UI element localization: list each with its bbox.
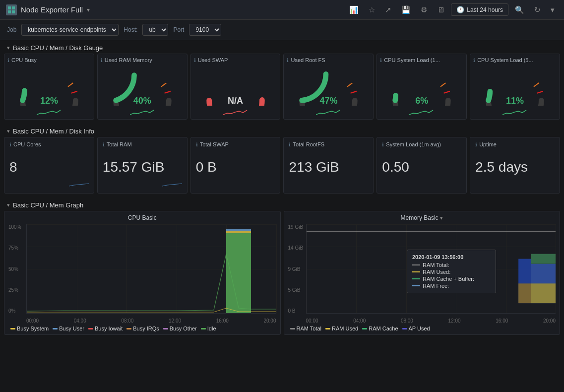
share-btn[interactable]: ↗ — [381, 3, 395, 16]
mem-legend-dot-3 — [402, 328, 407, 329]
app-title-chevron[interactable]: ▾ — [87, 6, 90, 13]
cpu-legend-dot-1 — [53, 328, 58, 329]
info-panel-info-4[interactable]: ℹ — [382, 142, 384, 147]
refresh-btn[interactable]: ↻ — [531, 3, 544, 16]
svg-line-13 — [537, 91, 543, 93]
gauge-value-4: 6% — [415, 96, 428, 106]
info-panel-title-4: System Load (1m avg) — [386, 141, 441, 147]
gauge-panel-3: ℹUsed Root FS47% — [283, 54, 374, 120]
top-bar-right: 📊 ☆ ↗ 💾 ⚙ 🖥 🕐 Last 24 hours 🔍 ↻ ▾ — [346, 3, 558, 16]
cpu-legend-dot-0 — [10, 328, 15, 329]
info-panel-title-1: Total RAM — [107, 141, 132, 147]
panel-info-0[interactable]: ℹ — [7, 58, 9, 63]
cpu-chart-area — [26, 224, 276, 314]
gauge-title-text-2: Used SWAP — [198, 57, 228, 63]
info-panel-title-row-1: ℹTotal RAM — [103, 141, 132, 147]
panel-info-5[interactable]: ℹ — [473, 58, 475, 63]
section2-header[interactable]: ▾ Basic CPU / Mem / Disk Info — [0, 124, 564, 137]
gauge-value-1: 40% — [133, 96, 151, 106]
gauge-sparkline-0 — [37, 106, 62, 116]
cpu-legend-dot-2 — [88, 328, 93, 329]
info-panel-value-3: 213 GiB — [289, 149, 339, 180]
monitor-btn[interactable]: 🖥 — [434, 3, 448, 16]
info-panel-info-3[interactable]: ℹ — [289, 142, 291, 147]
cpu-sparklines — [27, 224, 276, 313]
cpu-legend-label-2: Busy Iowait — [95, 326, 123, 331]
info-panel-title-2: Total SWAP — [200, 141, 229, 147]
time-range-btn[interactable]: 🕐 Last 24 hours — [451, 3, 508, 16]
host-label: Host: — [124, 26, 137, 33]
svg-rect-2 — [8, 10, 11, 13]
star-btn[interactable]: ☆ — [365, 3, 378, 16]
gauge-value-0: 12% — [40, 96, 58, 106]
gauge-wrap-1: 40% — [101, 64, 184, 117]
svg-line-6 — [161, 83, 166, 87]
mem-legend-item-2: RAM Cache — [362, 326, 398, 331]
zoom-btn[interactable]: 🔍 — [511, 3, 528, 16]
mem-legend-label-1: RAM Used — [332, 326, 358, 331]
info-panel-title-row-3: ℹTotal RootFS — [289, 141, 324, 147]
section1-header[interactable]: ▾ Basic CPU / Mem / Disk Gauge — [0, 40, 564, 54]
top-bar-left: Node Exporter Full ▾ — [6, 4, 90, 15]
gauge-panel-title-5: ℹCPU System Load (5... — [473, 57, 557, 63]
mem-legend-item-1: RAM Used — [325, 326, 358, 331]
info-panel-3: ℹTotal RootFS213 GiB — [283, 137, 374, 194]
job-label: Job — [7, 26, 16, 33]
info-panel-info-1[interactable]: ℹ — [103, 142, 105, 147]
svg-line-8 — [347, 83, 352, 87]
save-btn[interactable]: 💾 — [398, 3, 414, 16]
mem-legend-label-0: RAM Total — [297, 326, 322, 331]
tooltip-row-used: RAM Used: — [412, 269, 491, 275]
settings-btn[interactable]: ⚙ — [417, 3, 431, 16]
port-select[interactable]: 9100 — [189, 24, 221, 36]
info-panel-info-5[interactable]: ℹ — [475, 142, 477, 147]
svg-rect-0 — [8, 6, 11, 9]
host-select[interactable]: ub — [142, 24, 168, 36]
cpu-legend-label-5: Idle — [207, 326, 216, 331]
chevron-btn[interactable]: ▾ — [547, 3, 558, 16]
gauge-panels-row: ℹCPU Busy12%ℹUsed RAM Memory40%ℹUsed SWA… — [0, 54, 564, 124]
svg-line-10 — [440, 83, 445, 87]
info-panels-row: ℹCPU Cores8ℹTotal RAM15.57 GiBℹTotal SWA… — [0, 137, 564, 197]
info-panel-5: ℹUptime2.5 days — [470, 137, 560, 194]
info-panel-value-0: 8 — [9, 149, 17, 180]
mem-legend-label-2: RAM Cache — [369, 326, 398, 331]
panel-info-3[interactable]: ℹ — [287, 58, 289, 63]
cpu-legend-item-1: Busy User — [53, 326, 84, 331]
panel-info-1[interactable]: ℹ — [101, 58, 103, 63]
section2-title: Basic CPU / Mem / Disk Info — [13, 128, 94, 135]
mem-legend-item-3: AP Used — [402, 326, 430, 331]
bar-chart-icon-btn[interactable]: 📊 — [346, 3, 362, 16]
info-sparkline-1 — [162, 180, 182, 189]
gauge-panel-2: ℹUsed SWAPN/A — [190, 54, 281, 120]
section1-title: Basic CPU / Mem / Disk Gauge — [13, 44, 103, 52]
mem-graph-chevron[interactable]: ▾ — [440, 215, 443, 221]
mem-y-labels: 19 GiB14 GiB9 GiB5 GiB0 B — [288, 224, 306, 314]
cpu-legend-item-5: Idle — [201, 326, 216, 331]
panel-info-2[interactable]: ℹ — [194, 58, 196, 63]
mem-legend-dot-2 — [362, 328, 367, 329]
gauge-sparkline-3 — [316, 106, 341, 116]
gauge-wrap-5: 11% — [473, 64, 557, 117]
cpu-y-labels: 100%75%50%25%0% — [8, 224, 26, 314]
tooltip-row-total: RAM Total: — [412, 262, 491, 268]
gauge-value-3: 47% — [319, 96, 337, 106]
tooltip-label-free: RAM Free: — [423, 283, 449, 289]
svg-line-4 — [68, 83, 73, 87]
info-panel-info-2[interactable]: ℹ — [196, 142, 198, 147]
cpu-legend-label-4: Busy Other — [170, 326, 197, 331]
port-label: Port — [173, 26, 184, 33]
info-panel-2: ℹTotal SWAP0 B — [190, 137, 281, 194]
job-select[interactable]: kubernetes-service-endpoints — [21, 24, 119, 36]
mem-graph-title: Memory Basic ▾ — [288, 214, 556, 221]
cpu-x-labels: 00:0004:0008:0012:0016:0020:00 — [26, 318, 276, 324]
cpu-graph-title: CPU Basic — [8, 214, 276, 221]
info-panel-title-row-2: ℹTotal SWAP — [196, 141, 229, 147]
gauge-panel-title-4: ℹCPU System Load (1... — [380, 57, 463, 63]
section3-header[interactable]: ▾ Basic CPU / Mem Graph — [0, 197, 564, 211]
info-panel-title-5: Uptime — [479, 141, 497, 147]
panel-info-4[interactable]: ℹ — [380, 58, 382, 63]
gauge-panel-title-1: ℹUsed RAM Memory — [101, 57, 184, 63]
info-panel-0: ℹCPU Cores8 — [4, 137, 94, 194]
info-panel-info-0[interactable]: ℹ — [9, 142, 11, 147]
